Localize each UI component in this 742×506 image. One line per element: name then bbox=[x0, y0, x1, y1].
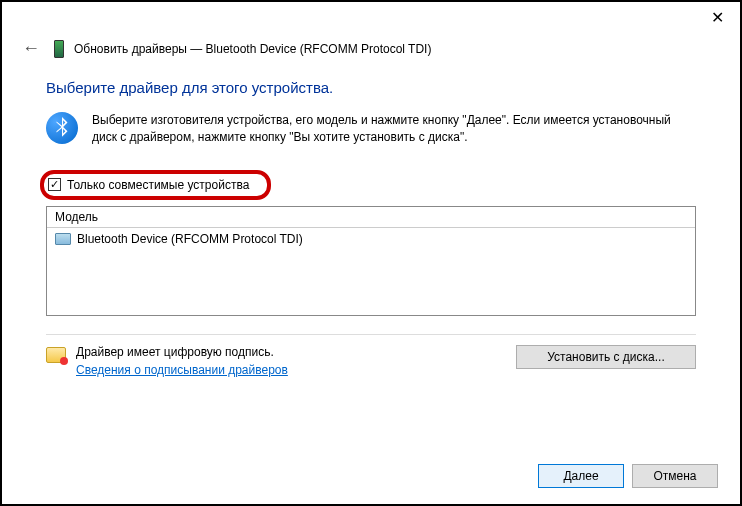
driver-item-icon bbox=[55, 233, 71, 245]
dialog-window: ✕ ← Обновить драйверы — Bluetooth Device… bbox=[0, 0, 742, 506]
signature-text-block: Драйвер имеет цифровую подпись. Сведения… bbox=[76, 345, 506, 377]
next-button[interactable]: Далее bbox=[538, 464, 624, 488]
signature-row: Драйвер имеет цифровую подпись. Сведения… bbox=[46, 334, 696, 377]
titlebar: ✕ bbox=[2, 2, 740, 36]
footer-buttons: Далее Отмена bbox=[538, 464, 718, 488]
compatible-only-checkbox[interactable]: ✓ bbox=[48, 178, 61, 191]
compatible-only-label: Только совместимые устройства bbox=[67, 178, 249, 192]
certificate-icon bbox=[46, 347, 66, 363]
dialog-title: Обновить драйверы — Bluetooth Device (RF… bbox=[74, 42, 431, 56]
header: ← Обновить драйверы — Bluetooth Device (… bbox=[2, 36, 740, 69]
bluetooth-icon bbox=[46, 112, 78, 144]
content-area: Выберите драйвер для этого устройства. В… bbox=[2, 69, 740, 377]
signature-info-link[interactable]: Сведения о подписывании драйверов bbox=[76, 363, 288, 377]
model-list[interactable]: Модель Bluetooth Device (RFCOMM Protocol… bbox=[46, 206, 696, 316]
close-button[interactable]: ✕ bbox=[703, 6, 732, 29]
model-list-item-label: Bluetooth Device (RFCOMM Protocol TDI) bbox=[77, 232, 303, 246]
compatible-only-highlight: ✓ Только совместимые устройства bbox=[40, 170, 271, 200]
info-row: Выберите изготовителя устройства, его мо… bbox=[46, 112, 696, 146]
model-list-item[interactable]: Bluetooth Device (RFCOMM Protocol TDI) bbox=[47, 228, 695, 250]
signature-text: Драйвер имеет цифровую подпись. bbox=[76, 345, 506, 359]
back-button[interactable]: ← bbox=[18, 36, 44, 61]
cancel-button[interactable]: Отмена bbox=[632, 464, 718, 488]
install-from-disk-button[interactable]: Установить с диска... bbox=[516, 345, 696, 369]
device-icon bbox=[54, 40, 64, 58]
info-text: Выберите изготовителя устройства, его мо… bbox=[92, 112, 696, 146]
page-heading: Выберите драйвер для этого устройства. bbox=[46, 79, 696, 96]
model-list-header[interactable]: Модель bbox=[47, 207, 695, 228]
